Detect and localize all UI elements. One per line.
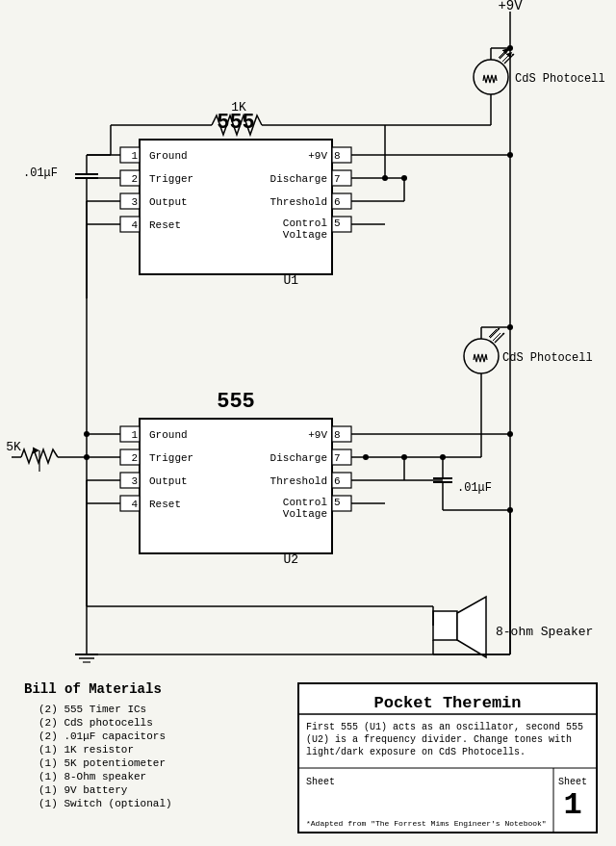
- svg-text:Ground: Ground: [149, 150, 188, 162]
- svg-text:4: 4: [131, 499, 138, 510]
- svg-text:555: 555: [217, 390, 255, 414]
- svg-text:(1) 1K resistor: (1) 1K resistor: [38, 744, 134, 756]
- svg-text:Ground: Ground: [149, 429, 188, 441]
- svg-point-139: [401, 454, 407, 460]
- svg-point-183: [84, 431, 90, 437]
- svg-text:3: 3: [131, 196, 138, 208]
- svg-text:(2) 555 Timer ICs: (2) 555 Timer ICs: [38, 704, 146, 715]
- svg-text:Sheet: Sheet: [558, 777, 587, 787]
- svg-text:6: 6: [334, 475, 341, 487]
- svg-text:.01μF: .01μF: [457, 481, 492, 495]
- svg-text:(U2) is a frequency divider. C: (U2) is a frequency divider. Change tone…: [306, 734, 572, 745]
- svg-text:1: 1: [131, 150, 138, 162]
- svg-text:light/dark exposure on CdS Pho: light/dark exposure on CdS Photocells.: [306, 747, 526, 757]
- svg-text:+9V: +9V: [308, 150, 327, 162]
- svg-text:3: 3: [131, 475, 138, 487]
- svg-text:Trigger: Trigger: [149, 173, 193, 185]
- svg-text:Output: Output: [149, 475, 188, 487]
- svg-text:(1) 9V battery: (1) 9V battery: [38, 784, 128, 796]
- svg-text:(2) .01μF capacitors: (2) .01μF capacitors: [38, 731, 166, 742]
- svg-text:First 555 (U1) acts as an osci: First 555 (U1) acts as an oscillator, se…: [306, 722, 583, 732]
- svg-text:+9V: +9V: [498, 0, 523, 13]
- svg-text:.01μF: .01μF: [23, 167, 58, 180]
- svg-text:5: 5: [334, 497, 341, 508]
- svg-text:1: 1: [131, 429, 138, 441]
- svg-text:Control: Control: [283, 497, 327, 508]
- svg-text:Sheet: Sheet: [306, 777, 335, 787]
- svg-text:8: 8: [334, 429, 341, 441]
- svg-text:Threshold: Threshold: [270, 196, 327, 208]
- svg-text:7: 7: [334, 173, 341, 185]
- svg-point-184: [84, 454, 90, 460]
- svg-text:U1: U1: [283, 273, 298, 288]
- svg-text:4: 4: [131, 219, 138, 231]
- svg-text:CdS Photocell: CdS Photocell: [502, 351, 593, 365]
- svg-text:Reset: Reset: [149, 499, 181, 510]
- svg-point-128: [363, 454, 369, 460]
- svg-text:Output: Output: [149, 196, 188, 208]
- svg-rect-152: [433, 611, 457, 640]
- svg-text:2: 2: [131, 173, 138, 185]
- svg-text:Voltage: Voltage: [283, 229, 327, 241]
- svg-text:Discharge: Discharge: [270, 452, 327, 464]
- svg-text:8: 8: [334, 150, 341, 162]
- svg-text:7: 7: [334, 452, 341, 464]
- svg-text:(1) Switch (optional): (1) Switch (optional): [38, 798, 172, 809]
- svg-text:(2) CdS photocells: (2) CdS photocells: [38, 717, 153, 729]
- svg-point-125: [507, 324, 513, 330]
- svg-text:+9V: +9V: [308, 429, 327, 441]
- svg-text:5: 5: [334, 218, 341, 229]
- svg-text:Threshold: Threshold: [270, 475, 327, 487]
- svg-text:5K: 5K: [6, 440, 21, 454]
- svg-text:6: 6: [334, 196, 341, 208]
- svg-text:Bill of Materials: Bill of Materials: [24, 681, 162, 697]
- svg-text:U2: U2: [283, 552, 298, 567]
- svg-text:Voltage: Voltage: [283, 508, 327, 520]
- schematic-diagram: 555 U1 1 Ground 2 Trigger 3 Output 4 Res…: [0, 0, 616, 846]
- svg-text:(1) 8-Ohm speaker: (1) 8-Ohm speaker: [38, 771, 146, 782]
- svg-point-76: [507, 152, 513, 158]
- svg-text:Control: Control: [283, 218, 327, 229]
- svg-point-78: [507, 431, 513, 437]
- svg-text:Discharge: Discharge: [270, 173, 327, 185]
- svg-text:Trigger: Trigger: [149, 452, 193, 464]
- svg-text:1K: 1K: [231, 100, 246, 115]
- svg-text:*Adapted from "The Forrest Mim: *Adapted from "The Forrest Mims Engineer…: [306, 819, 547, 828]
- svg-text:Reset: Reset: [149, 219, 181, 231]
- svg-text:1: 1: [563, 787, 581, 823]
- svg-text:2: 2: [131, 452, 138, 464]
- svg-text:(1) 5K potentiometer: (1) 5K potentiometer: [38, 757, 166, 769]
- svg-text:Pocket Theremin: Pocket Theremin: [373, 694, 521, 712]
- svg-text:CdS Photocell: CdS Photocell: [515, 72, 605, 86]
- svg-point-150: [440, 454, 446, 460]
